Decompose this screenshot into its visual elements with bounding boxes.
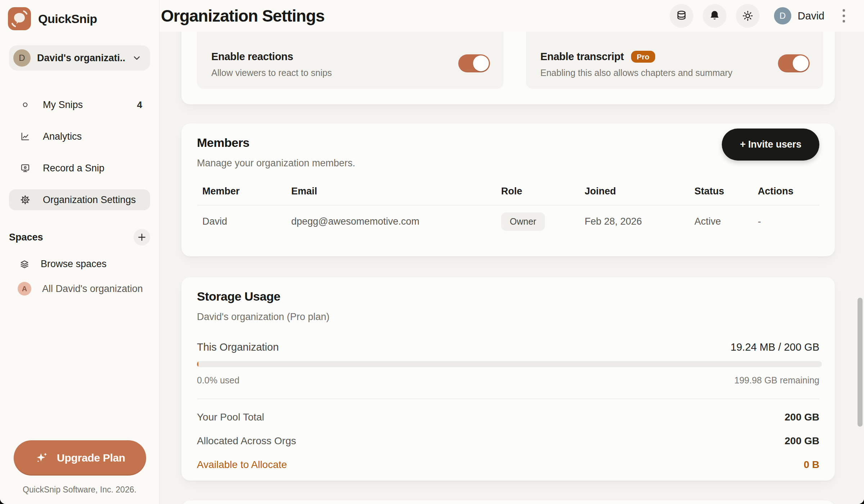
database-button[interactable] <box>670 4 693 28</box>
brand-name: QuickSnip <box>38 12 97 26</box>
sidebar-item-label: Browse spaces <box>41 258 150 270</box>
monitor-icon <box>20 163 31 174</box>
chevron-down-icon <box>131 53 142 63</box>
enable-reactions-tile: Enable reactions Allow viewers to react … <box>197 32 504 89</box>
sidebar-item-label: Record a Snip <box>43 163 142 174</box>
percent-used-text: 0.0% used <box>197 375 239 386</box>
sidebar-item-label: All David's organization <box>42 283 143 294</box>
pool-row-value: 200 GB <box>785 411 820 423</box>
org-selector[interactable]: D David's organizati... <box>9 45 150 71</box>
layers-icon <box>19 259 30 270</box>
user-menu[interactable]: D David <box>774 7 824 24</box>
header-actions: D David <box>670 4 852 28</box>
spaces-header: Spaces <box>9 229 150 246</box>
member-role-cell: Owner <box>501 212 585 231</box>
main-area: Organization Settings <box>159 0 864 504</box>
theme-button[interactable] <box>736 4 760 28</box>
snip-settings-card: Enable reactions Allow viewers to react … <box>181 32 835 104</box>
spaces-heading: Spaces <box>9 232 43 243</box>
sidebar-item-my-snips[interactable]: My Snips 4 <box>9 94 150 115</box>
sidebar-nav: My Snips 4 Analytics Record a Snip <box>0 94 159 210</box>
bell-icon <box>708 10 721 22</box>
setting-title: Enable transcript <box>540 51 624 63</box>
app-window: QuickSnip D David's organizati... My Sni… <box>0 0 864 504</box>
invite-users-button[interactable]: + Invite users <box>722 129 819 161</box>
snips-count-badge: 4 <box>137 99 142 111</box>
sidebar-item-label: Organization Settings <box>43 194 142 206</box>
member-joined-cell: Feb 28, 2026 <box>585 216 694 227</box>
upgrade-plan-button[interactable]: Upgrade Plan <box>14 440 146 476</box>
pro-badge: Pro <box>631 51 655 63</box>
member-actions-cell: - <box>758 216 819 227</box>
spaces-list: Browse spaces A All David's organization <box>0 258 159 296</box>
pool-row-value: 200 GB <box>785 435 820 447</box>
storage-title: Storage Usage <box>197 289 819 303</box>
pool-row-label: Allocated Across Orgs <box>197 435 296 447</box>
storage-divider <box>197 399 819 399</box>
setting-description: Allow viewers to react to snips <box>211 68 489 78</box>
pool-row-label: Available to Allocate <box>197 459 287 471</box>
column-header: Status <box>694 186 758 197</box>
setting-description: Enabling this also allows chapters and s… <box>540 68 809 78</box>
page-title: Organization Settings <box>161 6 324 26</box>
database-icon <box>675 10 688 22</box>
setting-title: Enable reactions <box>211 51 293 63</box>
sparkle-icon <box>35 451 49 465</box>
table-row: David dpegg@awesomemotive.com Owner Feb … <box>181 206 835 237</box>
add-space-button[interactable] <box>134 229 150 246</box>
chart-icon <box>20 131 31 142</box>
sidebar-item-organization-settings[interactable]: Organization Settings <box>9 189 150 210</box>
sidebar-footer-text: QuickSnip Software, Inc. 2026. <box>0 485 159 495</box>
next-card-partial <box>181 500 835 504</box>
org-storage-value: 19.24 MB / 200 GB <box>730 341 819 353</box>
scrollbar-thumb[interactable] <box>858 298 863 427</box>
enable-transcript-tile: Enable transcript Pro Enabling this also… <box>526 32 823 89</box>
org-avatar: D <box>13 49 31 67</box>
pool-total-row: Your Pool Total 200 GB <box>197 411 819 423</box>
user-name: David <box>798 10 824 22</box>
brand: QuickSnip <box>0 3 159 35</box>
sidebar-item-all-org-space[interactable]: A All David's organization <box>9 282 150 296</box>
storage-usage-card: Storage Usage David's organization (Pro … <box>181 277 835 481</box>
remaining-text: 199.98 GB remaining <box>734 375 819 386</box>
toggle-knob <box>473 55 489 71</box>
plus-icon <box>137 232 147 242</box>
sidebar-item-label: Analytics <box>43 131 142 142</box>
org-name: David's organizati... <box>37 53 125 64</box>
available-to-allocate-row: Available to Allocate 0 B <box>197 459 819 471</box>
sidebar-item-record-a-snip[interactable]: Record a Snip <box>9 158 150 179</box>
column-header: Email <box>291 186 501 197</box>
storage-progress-bar <box>197 361 822 367</box>
pool-row-label: Your Pool Total <box>197 411 264 423</box>
sidebar: QuickSnip D David's organizati... My Sni… <box>0 0 159 504</box>
upgrade-plan-label: Upgrade Plan <box>57 452 125 464</box>
notifications-button[interactable] <box>703 4 726 28</box>
sidebar-item-analytics[interactable]: Analytics <box>9 126 150 147</box>
enable-transcript-toggle[interactable] <box>778 54 810 72</box>
enable-reactions-toggle[interactable] <box>458 54 490 72</box>
column-header: Member <box>202 186 291 197</box>
disc-icon <box>20 99 31 110</box>
kebab-menu-button[interactable] <box>836 6 852 26</box>
sidebar-item-label: My Snips <box>43 99 125 111</box>
main-header: Organization Settings <box>159 0 864 32</box>
column-header: Actions <box>758 186 819 197</box>
storage-progress-fill <box>197 361 198 367</box>
space-avatar: A <box>18 282 31 296</box>
column-header: Role <box>501 186 585 197</box>
member-name-cell: David <box>202 216 291 227</box>
members-card: Members Manage your organization members… <box>181 123 835 256</box>
members-subtitle: Manage your organization members. <box>197 158 819 169</box>
allocated-row: Allocated Across Orgs 200 GB <box>197 435 819 447</box>
pool-row-value: 0 B <box>804 459 819 471</box>
column-header: Joined <box>585 186 694 197</box>
members-table-header: Member Email Role Joined Status Actions <box>181 180 835 203</box>
kebab-menu-icon <box>842 8 846 23</box>
content-scroll-area[interactable]: Enable reactions Allow viewers to react … <box>159 32 864 504</box>
app-logo-icon[interactable] <box>8 7 31 30</box>
user-avatar: D <box>774 7 791 24</box>
sidebar-item-browse-spaces[interactable]: Browse spaces <box>9 258 150 270</box>
role-badge: Owner <box>501 212 545 231</box>
storage-subtitle: David's organization (Pro plan) <box>197 311 819 323</box>
org-storage-label: This Organization <box>197 341 279 353</box>
